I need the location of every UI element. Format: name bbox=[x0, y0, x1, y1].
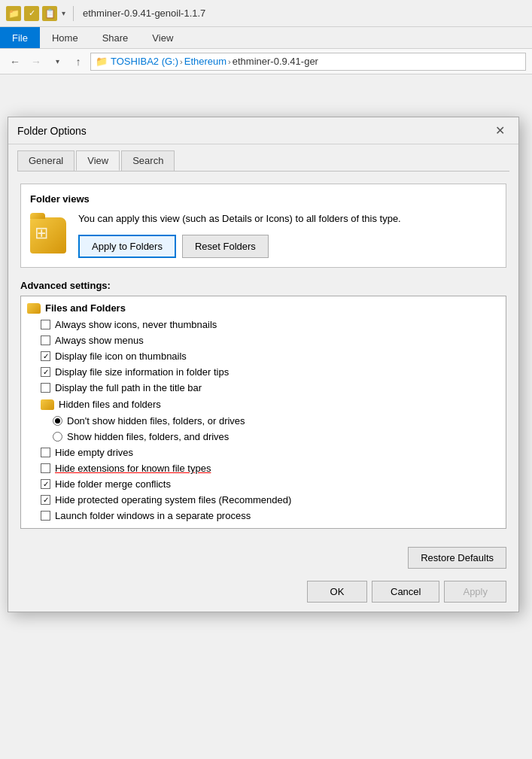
dialog-tabs: General View Search bbox=[8, 144, 518, 171]
window-title: ethminer-0.9.41-genoil-1.1.7 bbox=[83, 8, 205, 19]
ribbon-tabs: File Home Share View bbox=[0, 27, 532, 48]
tab-search[interactable]: Search bbox=[121, 150, 175, 171]
setting-display-full-path[interactable]: Display the full path in the title bar bbox=[21, 380, 506, 396]
apply-button[interactable]: Apply bbox=[444, 581, 506, 603]
tab-general[interactable]: General bbox=[17, 150, 74, 171]
ribbon-tab-home[interactable]: Home bbox=[40, 27, 90, 48]
dialog-body: Folder views You can apply this view (su… bbox=[8, 172, 518, 541]
cb-hide-empty-drives[interactable] bbox=[41, 448, 50, 457]
sep2: › bbox=[228, 57, 231, 66]
explorer-window: 📁 ✓ 📋 ▾ ethminer-0.9.41-genoil-1.1.7 Fil… bbox=[0, 0, 532, 759]
cb-always-show-icons[interactable] bbox=[41, 320, 50, 329]
label-hide-empty-drives: Hide empty drives bbox=[55, 447, 133, 458]
path-segment-2[interactable]: Ethereum bbox=[184, 56, 226, 67]
advanced-settings-label: Advanced settings: bbox=[20, 280, 506, 291]
folder-icon-small: 📁 bbox=[96, 56, 108, 67]
cb-hide-folder-merge[interactable] bbox=[41, 479, 50, 489]
ok-button[interactable]: OK bbox=[307, 581, 367, 603]
folder-views-description: You can apply this view (such as Details… bbox=[78, 212, 497, 226]
hidden-files-folder-icon bbox=[41, 399, 54, 410]
label-hide-extensions: Hide extensions for known file types bbox=[55, 463, 211, 474]
label-display-file-icon: Display file icon on thumbnails bbox=[55, 351, 187, 362]
apply-to-folders-button[interactable]: Apply to Folders bbox=[78, 235, 176, 258]
radio-dont-show-hidden[interactable] bbox=[53, 416, 62, 426]
cb-hide-extensions[interactable] bbox=[41, 463, 50, 473]
setting-dont-show-hidden[interactable]: Don't show hidden files, folders, or dri… bbox=[21, 413, 506, 429]
cb-hide-protected-os[interactable] bbox=[41, 495, 50, 505]
setting-display-file-icon[interactable]: Display file icon on thumbnails bbox=[21, 348, 506, 364]
setting-hide-folder-merge[interactable]: Hide folder merge conflicts bbox=[21, 476, 506, 492]
advanced-settings-list[interactable]: Files and Folders Always show icons, nev… bbox=[20, 296, 506, 529]
title-bar-icons: 📁 ✓ 📋 ▾ bbox=[6, 6, 77, 21]
label-hide-protected-os: Hide protected operating system files (R… bbox=[55, 494, 291, 505]
folder-icon-image bbox=[30, 217, 66, 254]
toolbar-icon-2: ✓ bbox=[24, 6, 39, 21]
cb-display-full-path[interactable] bbox=[41, 383, 50, 393]
address-path[interactable]: 📁 TOSHIBA2 (G:) › Ethereum › ethminer-0.… bbox=[90, 53, 526, 71]
forward-button[interactable]: → bbox=[27, 53, 45, 71]
folder-views-content: You can apply this view (such as Details… bbox=[30, 212, 497, 258]
toolbar-icon-3: 📋 bbox=[42, 6, 57, 21]
label-dont-show-hidden: Don't show hidden files, folders, or dri… bbox=[67, 415, 245, 427]
setting-hide-protected-os[interactable]: Hide protected operating system files (R… bbox=[21, 492, 506, 508]
label-always-show-menus: Always show menus bbox=[55, 335, 144, 346]
label-display-full-path: Display the full path in the title bar bbox=[55, 382, 202, 393]
path-segment-1[interactable]: TOSHIBA2 (G:) bbox=[111, 56, 178, 67]
reset-folders-button[interactable]: Reset Folders bbox=[182, 235, 269, 258]
cancel-button[interactable]: Cancel bbox=[372, 581, 439, 603]
files-and-folders-label: Files and Folders bbox=[45, 302, 126, 314]
ribbon: File Home Share View bbox=[0, 27, 532, 49]
folder-icon bbox=[30, 217, 66, 254]
label-launch-folder-windows: Launch folder windows in a separate proc… bbox=[55, 510, 251, 521]
label-show-hidden: Show hidden files, folders, and drives bbox=[67, 431, 229, 442]
setting-hide-extensions[interactable]: Hide extensions for known file types bbox=[21, 460, 506, 476]
folder-views-section: Folder views You can apply this view (su… bbox=[20, 184, 506, 268]
hidden-files-header: Hidden files and folders bbox=[21, 396, 506, 413]
radio-show-hidden[interactable] bbox=[53, 432, 62, 442]
settings-list-inner: Files and Folders Always show icons, nev… bbox=[21, 296, 506, 527]
folder-views-buttons: Apply to Folders Reset Folders bbox=[78, 235, 497, 258]
title-divider bbox=[73, 6, 74, 21]
back-button[interactable]: ← bbox=[6, 53, 24, 71]
cb-always-show-menus[interactable] bbox=[41, 335, 50, 345]
ribbon-tab-share[interactable]: Share bbox=[90, 27, 141, 48]
hidden-files-label: Hidden files and folders bbox=[59, 399, 161, 410]
dialog-title-bar: Folder Options ✕ bbox=[8, 117, 518, 144]
folder-views-title: Folder views bbox=[30, 193, 497, 205]
toolbar-icon-1: 📁 bbox=[6, 6, 21, 21]
dialog-title: Folder Options bbox=[17, 125, 87, 137]
setting-always-show-icons[interactable]: Always show icons, never thumbnails bbox=[21, 317, 506, 332]
cb-display-file-size[interactable] bbox=[41, 367, 50, 377]
dropdown-button[interactable]: ▾ bbox=[48, 53, 66, 71]
restore-defaults-button[interactable]: Restore Defaults bbox=[408, 547, 506, 569]
dialog-close-button[interactable]: ✕ bbox=[490, 121, 509, 141]
label-hide-folder-merge: Hide folder merge conflicts bbox=[55, 478, 171, 490]
label-always-show-icons: Always show icons, never thumbnails bbox=[55, 319, 217, 330]
setting-display-file-size[interactable]: Display file size information in folder … bbox=[21, 364, 506, 380]
ribbon-tab-file[interactable]: File bbox=[0, 27, 40, 48]
restore-defaults-row: Restore Defaults bbox=[8, 541, 518, 572]
cb-display-file-icon[interactable] bbox=[41, 351, 50, 361]
dialog-footer: OK Cancel Apply bbox=[8, 572, 518, 612]
setting-show-hidden[interactable]: Show hidden files, folders, and drives bbox=[21, 429, 506, 445]
title-bar: 📁 ✓ 📋 ▾ ethminer-0.9.41-genoil-1.1.7 bbox=[0, 0, 532, 27]
setting-hide-empty-drives[interactable]: Hide empty drives bbox=[21, 445, 506, 460]
setting-launch-folder-windows[interactable]: Launch folder windows in a separate proc… bbox=[21, 508, 506, 524]
folder-small-icon bbox=[27, 303, 41, 314]
label-display-file-size: Display file size information in folder … bbox=[55, 366, 229, 378]
folder-options-dialog: Folder Options ✕ General View Search Fol… bbox=[8, 117, 519, 612]
setting-always-show-menus[interactable]: Always show menus bbox=[21, 332, 506, 348]
cb-launch-folder-windows[interactable] bbox=[41, 511, 50, 521]
ribbon-tab-view[interactable]: View bbox=[140, 27, 185, 48]
sep1: › bbox=[180, 57, 183, 66]
address-bar: ← → ▾ ↑ 📁 TOSHIBA2 (G:) › Ethereum › eth… bbox=[0, 49, 532, 74]
tab-view[interactable]: View bbox=[76, 150, 120, 171]
files-and-folders-header: Files and Folders bbox=[21, 299, 506, 317]
path-segment-3: ethminer-0.9.41-ger bbox=[233, 56, 318, 67]
up-button[interactable]: ↑ bbox=[69, 53, 87, 71]
title-dropdown-arrow[interactable]: ▾ bbox=[60, 9, 67, 17]
